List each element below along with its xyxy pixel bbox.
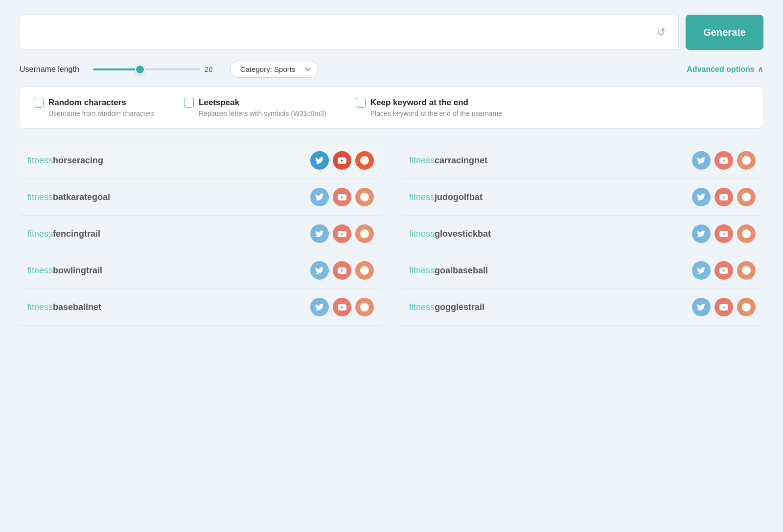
result-keyword: fitness [27, 302, 53, 312]
twitter-icon[interactable] [692, 261, 711, 280]
controls-row: Username length 20 Category: SportsCateg… [20, 61, 763, 78]
reddit-icon[interactable]: r/ [355, 188, 374, 206]
result-rest: judogolfbat [435, 192, 483, 202]
leetspeak-label: Leetspeak [199, 98, 239, 108]
leetspeak-top: Leetspeak [184, 98, 326, 108]
svg-text:r/: r/ [745, 305, 749, 310]
twitter-icon[interactable] [310, 298, 329, 316]
svg-text:r/: r/ [745, 231, 749, 237]
reddit-icon[interactable]: r/ [355, 261, 374, 280]
social-icons: r/ [310, 261, 374, 280]
reddit-icon[interactable]: r/ [737, 261, 756, 280]
leetspeak-checkbox[interactable] [184, 98, 194, 108]
youtube-icon[interactable] [333, 188, 351, 206]
result-keyword: fitness [27, 192, 53, 202]
result-name: fitnessbatkarategoal [27, 192, 110, 202]
result-keyword: fitness [409, 266, 435, 275]
result-item[interactable]: fitnessbaseballnetr/ [20, 289, 382, 326]
social-icons: r/ [692, 151, 756, 170]
social-icons: r/ [692, 298, 756, 316]
twitter-icon[interactable] [310, 224, 329, 243]
result-item[interactable]: fitnessgogglestrailr/ [401, 289, 763, 326]
results-grid: fitnesshorseracingr/fitnesscarracingnetr… [20, 142, 763, 326]
svg-text:r/: r/ [363, 305, 367, 310]
youtube-icon[interactable] [714, 188, 733, 206]
reddit-icon[interactable]: r/ [737, 188, 756, 206]
keep-keyword-checkbox[interactable] [356, 98, 366, 108]
twitter-icon[interactable] [692, 151, 711, 170]
generate-button[interactable]: Generate [686, 15, 763, 50]
result-rest: fencingtrail [53, 229, 100, 239]
twitter-icon[interactable] [692, 224, 711, 243]
result-rest: goalbaseball [435, 266, 488, 275]
svg-text:r/: r/ [745, 195, 749, 200]
result-rest: gogglestrail [435, 302, 484, 312]
svg-text:r/: r/ [363, 195, 367, 200]
svg-text:r/: r/ [745, 268, 749, 274]
social-icons: r/ [310, 188, 374, 206]
twitter-icon[interactable] [310, 261, 329, 280]
result-item[interactable]: fitnesshorseracingr/ [20, 142, 382, 179]
youtube-icon[interactable] [714, 261, 733, 280]
result-keyword: fitness [27, 266, 53, 275]
youtube-icon[interactable] [333, 151, 351, 170]
category-select[interactable]: Category: SportsCategory: GamingCategory… [230, 61, 318, 78]
svg-text:r/: r/ [363, 158, 367, 164]
twitter-icon[interactable] [310, 188, 329, 206]
result-keyword: fitness [409, 155, 435, 165]
result-rest: bowlingtrail [53, 266, 102, 275]
search-input[interactable]: fitness [29, 25, 653, 40]
result-name: fitnessjudogolfbat [409, 192, 483, 202]
length-slider[interactable] [93, 68, 201, 70]
youtube-icon[interactable] [333, 298, 351, 316]
result-keyword: fitness [409, 229, 435, 239]
result-name: fitnessbowlingtrail [27, 266, 102, 276]
result-item[interactable]: fitnesscarracingnetr/ [401, 142, 763, 179]
svg-text:r/: r/ [363, 268, 367, 274]
result-keyword: fitness [27, 229, 53, 239]
twitter-icon[interactable] [692, 188, 711, 206]
random-chars-label: Random characters [48, 98, 126, 108]
reddit-icon[interactable]: r/ [737, 151, 756, 170]
refresh-icon: ↺ [657, 26, 666, 38]
leetspeak-desc: Replaces letters with symbols (W31c0m3) [199, 110, 326, 117]
youtube-icon[interactable] [333, 224, 351, 243]
twitter-icon[interactable] [310, 151, 329, 170]
svg-text:r/: r/ [363, 231, 367, 237]
keep-keyword-label: Keep keyword at the end [370, 98, 468, 108]
random-chars-option: Random characters Username from random c… [34, 98, 155, 117]
youtube-icon[interactable] [714, 298, 733, 316]
advanced-options-button[interactable]: Advanced options ∧ [687, 65, 763, 74]
result-keyword: fitness [409, 302, 435, 312]
result-item[interactable]: fitnessfencingtrailr/ [20, 216, 382, 252]
refresh-button[interactable]: ↺ [653, 24, 669, 41]
result-rest: horseracing [53, 155, 103, 165]
keep-keyword-top: Keep keyword at the end [356, 98, 502, 108]
youtube-icon[interactable] [333, 261, 351, 280]
twitter-icon[interactable] [692, 298, 711, 316]
youtube-icon[interactable] [714, 151, 733, 170]
reddit-icon[interactable]: r/ [355, 224, 374, 243]
youtube-icon[interactable] [714, 224, 733, 243]
result-rest: carracingnet [435, 155, 487, 165]
reddit-icon[interactable]: r/ [355, 298, 374, 316]
svg-text:r/: r/ [745, 158, 749, 164]
random-chars-checkbox[interactable] [34, 98, 44, 108]
result-item[interactable]: fitnessbowlingtrailr/ [20, 252, 382, 289]
reddit-icon[interactable]: r/ [355, 151, 374, 170]
result-item[interactable]: fitnessjudogolfbatr/ [401, 179, 763, 216]
result-name: fitnessgogglestrail [409, 302, 484, 312]
result-item[interactable]: fitnessgoalbaseballr/ [401, 252, 763, 289]
result-rest: batkarategoal [53, 192, 110, 202]
reddit-icon[interactable]: r/ [737, 224, 756, 243]
social-icons: r/ [692, 261, 756, 280]
length-value: 20 [205, 65, 216, 73]
result-keyword: fitness [409, 192, 435, 202]
reddit-icon[interactable]: r/ [737, 298, 756, 316]
keep-keyword-option: Keep keyword at the end Places keyword a… [356, 98, 502, 117]
result-item[interactable]: fitnessbatkarategoalr/ [20, 179, 382, 216]
result-keyword: fitness [27, 155, 53, 165]
random-chars-top: Random characters [34, 98, 155, 108]
result-item[interactable]: fitnessglovestickbatr/ [401, 216, 763, 252]
advanced-panel: Random characters Username from random c… [20, 87, 763, 129]
